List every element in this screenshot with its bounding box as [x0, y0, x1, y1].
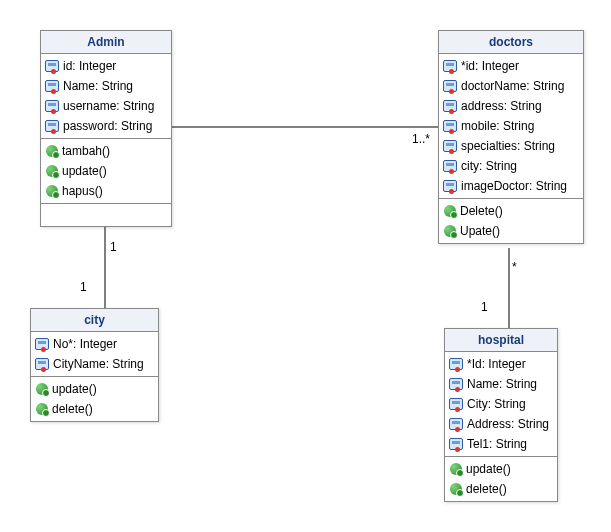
method-row: hapus(): [41, 181, 171, 201]
method-row: delete(): [31, 399, 158, 419]
attr-row: City: String: [445, 394, 557, 414]
method-text: update(): [62, 163, 107, 179]
attr-text: *id: Integer: [461, 58, 519, 74]
method-row: update(): [445, 459, 557, 479]
class-admin-empty: [41, 204, 171, 226]
class-hospital-attrs: *Id: Integer Name: String City: String A…: [445, 352, 557, 457]
method-text: hapus(): [62, 183, 103, 199]
class-city: city No*: Integer CityName: String updat…: [30, 308, 159, 422]
method-row: tambah(): [41, 141, 171, 161]
method-text: delete(): [52, 401, 93, 417]
method-icon: [46, 185, 58, 197]
attr-row: address: String: [439, 96, 583, 116]
attribute-icon: [443, 140, 457, 152]
attr-row: imageDoctor: String: [439, 176, 583, 196]
class-city-title: city: [31, 309, 158, 332]
attr-text: imageDoctor: String: [461, 178, 567, 194]
method-row: update(): [41, 161, 171, 181]
class-hospital-methods: update() delete(): [445, 457, 557, 501]
attribute-icon: [443, 180, 457, 192]
attr-row: Name: String: [41, 76, 171, 96]
attr-text: mobile: String: [461, 118, 534, 134]
class-hospital-title: hospital: [445, 329, 557, 352]
attribute-icon: [45, 120, 59, 132]
class-city-methods: update() delete(): [31, 377, 158, 421]
attr-text: *Id: Integer: [467, 356, 526, 372]
method-text: Upate(): [460, 223, 500, 239]
attribute-icon: [45, 80, 59, 92]
attr-row: password: String: [41, 116, 171, 136]
class-admin-title: Admin: [41, 31, 171, 54]
attribute-icon: [45, 60, 59, 72]
attr-row: mobile: String: [439, 116, 583, 136]
class-admin-attrs: id: Integer Name: String username: Strin…: [41, 54, 171, 139]
attribute-icon: [449, 358, 463, 370]
attr-text: CityName: String: [53, 356, 144, 372]
mult-admin-doctors: 1..*: [412, 132, 430, 146]
method-text: tambah(): [62, 143, 110, 159]
attribute-icon: [443, 120, 457, 132]
mult-hospital-side: 1: [481, 300, 488, 314]
attribute-icon: [449, 398, 463, 410]
method-icon: [450, 463, 462, 475]
attr-text: username: String: [63, 98, 154, 114]
method-text: update(): [466, 461, 511, 477]
attr-row: doctorName: String: [439, 76, 583, 96]
method-text: update(): [52, 381, 97, 397]
method-text: Delete(): [460, 203, 503, 219]
method-icon: [444, 225, 456, 237]
attribute-icon: [35, 358, 49, 370]
attr-row: city: String: [439, 156, 583, 176]
method-icon: [450, 483, 462, 495]
method-icon: [46, 165, 58, 177]
attribute-icon: [449, 438, 463, 450]
attr-text: doctorName: String: [461, 78, 564, 94]
attr-row: *id: Integer: [439, 56, 583, 76]
attribute-icon: [45, 100, 59, 112]
attr-text: specialties: String: [461, 138, 555, 154]
attribute-icon: [443, 80, 457, 92]
attr-text: No*: Integer: [53, 336, 117, 352]
attr-row: No*: Integer: [31, 334, 158, 354]
attr-row: CityName: String: [31, 354, 158, 374]
attr-row: Address: String: [445, 414, 557, 434]
attr-text: address: String: [461, 98, 542, 114]
method-row: update(): [31, 379, 158, 399]
attribute-icon: [35, 338, 49, 350]
attr-row: id: Integer: [41, 56, 171, 76]
class-doctors-attrs: *id: Integer doctorName: String address:…: [439, 54, 583, 199]
attr-text: Name: String: [63, 78, 133, 94]
method-text: delete(): [466, 481, 507, 497]
class-doctors: doctors *id: Integer doctorName: String …: [438, 30, 584, 244]
mult-doctors-side: *: [512, 260, 517, 274]
attribute-icon: [443, 160, 457, 172]
class-city-attrs: No*: Integer CityName: String: [31, 332, 158, 377]
attr-row: username: String: [41, 96, 171, 116]
attr-text: password: String: [63, 118, 152, 134]
class-doctors-title: doctors: [439, 31, 583, 54]
attr-row: *Id: Integer: [445, 354, 557, 374]
attr-row: specialties: String: [439, 136, 583, 156]
attribute-icon: [443, 60, 457, 72]
attr-text: Tel1: String: [467, 436, 527, 452]
method-icon: [444, 205, 456, 217]
method-icon: [36, 383, 48, 395]
mult-city-side: 1: [80, 280, 87, 294]
method-row: delete(): [445, 479, 557, 499]
attr-row: Tel1: String: [445, 434, 557, 454]
attr-text: Address: String: [467, 416, 549, 432]
attribute-icon: [449, 378, 463, 390]
method-icon: [46, 145, 58, 157]
method-row: Upate(): [439, 221, 583, 241]
class-doctors-methods: Delete() Upate(): [439, 199, 583, 243]
method-icon: [36, 403, 48, 415]
attribute-icon: [443, 100, 457, 112]
mult-admin-side: 1: [110, 240, 117, 254]
method-row: Delete(): [439, 201, 583, 221]
attribute-icon: [449, 418, 463, 430]
attr-text: id: Integer: [63, 58, 116, 74]
class-admin-methods: tambah() update() hapus(): [41, 139, 171, 204]
class-admin: Admin id: Integer Name: String username:…: [40, 30, 172, 227]
attr-text: Name: String: [467, 376, 537, 392]
attr-row: Name: String: [445, 374, 557, 394]
